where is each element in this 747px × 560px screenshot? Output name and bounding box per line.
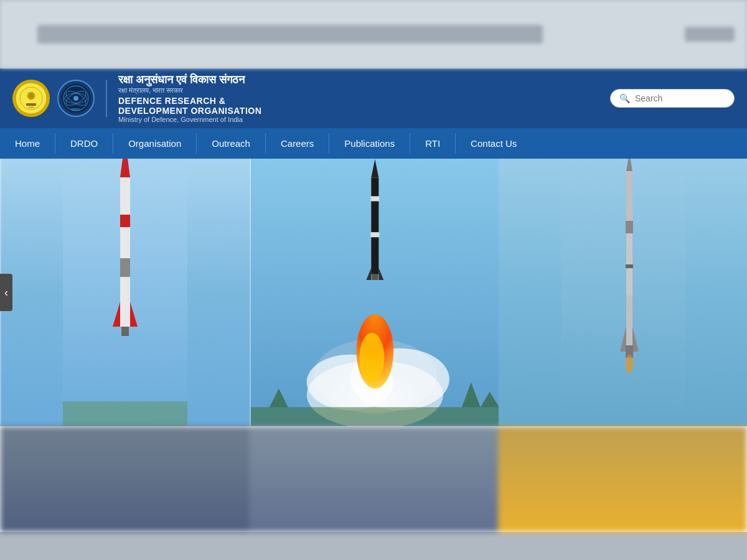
browser-controls [685, 27, 735, 42]
bottom-panel-1 [0, 426, 249, 532]
bottom-panel-2 [249, 426, 498, 532]
svg-rect-44 [251, 407, 499, 426]
svg-point-34 [359, 333, 384, 383]
svg-rect-20 [120, 215, 130, 227]
hero-panel-1 [0, 159, 251, 426]
org-english-name: DEFENCE RESEARCH & [118, 96, 261, 106]
bottom-blurred-section [0, 426, 747, 532]
svg-rect-43 [372, 274, 378, 280]
svg-rect-27 [63, 401, 187, 426]
address-bar [37, 25, 543, 44]
svg-rect-23 [120, 277, 130, 327]
svg-rect-26 [121, 327, 129, 336]
browser-chrome [0, 0, 747, 68]
svg-rect-21 [120, 227, 130, 258]
svg-rect-48 [561, 159, 685, 426]
hero-panel-2 [251, 159, 499, 426]
svg-text:सत्यमेव: सत्यमेव [27, 106, 35, 109]
svg-rect-19 [120, 177, 130, 215]
svg-rect-54 [626, 296, 632, 345]
header-divider [106, 80, 107, 117]
bottom-panel-3 [498, 426, 747, 532]
search-section: 🔍 [610, 89, 735, 108]
svg-rect-39 [370, 232, 379, 237]
nav-organisation[interactable]: Organisation [113, 128, 196, 159]
drdo-logo: DRDO [57, 80, 95, 117]
svg-rect-22 [120, 258, 130, 277]
svg-rect-50 [626, 171, 632, 221]
ashoka-emblem: सत्यमेव [12, 80, 50, 117]
svg-text:DRDO: DRDO [72, 108, 81, 111]
org-hindi-name: रक्षा अनुसंधान एवं विकास संगठन [118, 73, 261, 86]
svg-rect-37 [370, 197, 379, 202]
svg-rect-38 [371, 201, 378, 232]
org-hindi-sub: रक्षा मंत्रालय, भारत सरकार [118, 86, 261, 95]
nav-publications[interactable]: Publications [329, 128, 410, 159]
hero-panel-3 [499, 159, 747, 426]
nav-outreach[interactable]: Outreach [197, 128, 265, 159]
org-english-name2: DEVELOPMENT ORGANISATION [118, 106, 261, 116]
svg-rect-36 [371, 178, 378, 197]
svg-rect-40 [371, 237, 378, 274]
search-box[interactable]: 🔍 [610, 89, 735, 108]
nav-rti[interactable]: RTI [410, 128, 455, 159]
site-wrapper: सत्यमेव DRDO [0, 68, 747, 532]
svg-rect-53 [626, 264, 633, 268]
svg-rect-51 [626, 221, 633, 233]
site-header: सत्यमेव DRDO [0, 68, 747, 128]
search-input[interactable] [635, 93, 725, 103]
drdo-logo-inner: DRDO [60, 83, 92, 114]
logo-section: सत्यमेव DRDO [12, 73, 610, 123]
svg-point-15 [73, 96, 78, 101]
main-navbar: Home DRDO Organisation Outreach Careers … [0, 128, 747, 159]
org-ministry: Ministry of Defence, Government of India [118, 116, 261, 123]
nav-drdo[interactable]: DRDO [55, 128, 113, 159]
org-name-block: रक्षा अनुसंधान एवं विकास संगठन रक्षा मंत… [118, 73, 261, 123]
slider-prev-button[interactable] [0, 274, 12, 311]
svg-point-58 [626, 355, 633, 373]
hero-banner [0, 159, 747, 426]
nav-contact[interactable]: Contact Us [456, 128, 532, 159]
nav-careers[interactable]: Careers [266, 128, 329, 159]
search-icon: 🔍 [619, 93, 630, 103]
nav-home[interactable]: Home [0, 128, 55, 159]
